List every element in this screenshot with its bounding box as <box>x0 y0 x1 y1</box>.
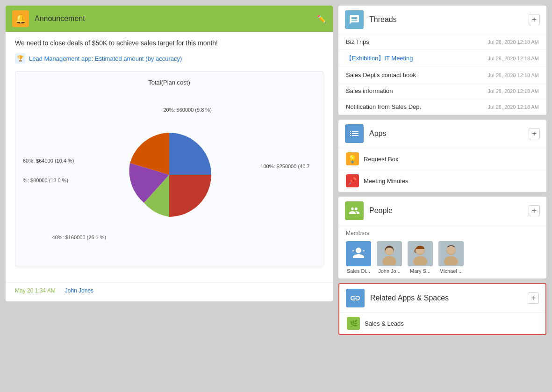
label-pct: %: $80000 (13.0 %) <box>23 178 68 183</box>
announcement-card: 🔔 Announcement ✏️ We need to close deals… <box>6 6 333 301</box>
thread-date-1: Jul 28, 2020 12:18 AM <box>488 56 539 61</box>
app-link-icon: 🏆 <box>15 53 25 64</box>
right-panel: Threads + Biz Trips Jul 28, 2020 12:18 A… <box>338 6 546 386</box>
related-app-item-0[interactable]: 🌿 Sales & Leads <box>339 313 545 334</box>
sales-leads-icon: 🌿 <box>347 317 360 330</box>
related-section: Related Apps & Spaces + 🌿 Sales & Leads <box>338 283 546 335</box>
announcement-header: 🔔 Announcement ✏️ <box>6 6 333 32</box>
footer-author[interactable]: John Jones <box>65 287 93 294</box>
svg-point-1 <box>382 256 396 265</box>
thread-name-4: Notification from Sales Dep. <box>346 103 421 110</box>
member-avatar-sales-di <box>346 241 371 266</box>
thread-name-2: Sales Dept's contact book <box>346 71 416 78</box>
threads-icon <box>345 10 364 29</box>
app-item-1[interactable]: 📌 Meeting Minutes <box>338 170 546 192</box>
threads-list: Biz Trips Jul 28, 2020 12:18 AM 【Exhibit… <box>338 34 546 115</box>
left-panel: 🔔 Announcement ✏️ We need to close deals… <box>6 6 333 386</box>
app-link-text: Lead Management app: Estimated amount (b… <box>29 55 182 62</box>
label-20: 20%: $60000 (9.8 %) <box>163 107 211 113</box>
request-box-icon: 💡 <box>346 152 359 165</box>
apps-section: Apps + 💡 Request Box 📌 Meeting Minutes <box>338 120 546 192</box>
related-icon <box>346 289 365 307</box>
member-name-sales-di: Sales Di... <box>347 268 370 274</box>
sales-leads-label: Sales & Leads <box>365 320 404 327</box>
edit-icon[interactable]: ✏️ <box>317 14 326 23</box>
label-100: 100%: $250000 (40.7 <box>260 164 309 169</box>
people-icon <box>345 201 364 220</box>
thread-date-0: Jul 28, 2020 12:18 AM <box>488 39 539 45</box>
chart-container: Total(Plan cost) <box>15 71 323 267</box>
related-title: Related Apps & Spaces <box>370 294 522 302</box>
members-label: Members <box>346 230 539 236</box>
members-grid: Sales Di... John Jo... <box>346 241 539 274</box>
member-john-jo[interactable]: John Jo... <box>377 241 402 274</box>
people-content: Members Sales Di... <box>338 225 546 278</box>
svg-point-7 <box>444 256 458 265</box>
announcement-message: We need to close deals of $50K to achiev… <box>15 39 323 47</box>
threads-section: Threads + Biz Trips Jul 28, 2020 12:18 A… <box>338 6 546 115</box>
people-title: People <box>369 207 523 215</box>
thread-name-3: Sales information <box>346 87 393 94</box>
thread-date-4: Jul 28, 2020 12:18 AM <box>488 104 539 110</box>
people-section: People + Members Sales Di... <box>338 197 546 278</box>
apps-header: Apps + <box>338 120 546 148</box>
svg-point-8 <box>447 246 455 254</box>
app-link[interactable]: 🏆 Lead Management app: Estimated amount … <box>15 53 323 64</box>
threads-add-button[interactable]: + <box>529 14 540 25</box>
footer-date: May 20 1:34 AM <box>15 287 56 294</box>
apps-add-button[interactable]: + <box>529 128 540 139</box>
thread-date-2: Jul 28, 2020 12:18 AM <box>488 72 539 78</box>
member-name-john: John Jo... <box>378 268 401 274</box>
related-header: Related Apps & Spaces + <box>339 284 545 313</box>
app-item-0[interactable]: 💡 Request Box <box>338 148 546 170</box>
thread-item-4[interactable]: Notification from Sales Dep. Jul 28, 202… <box>338 99 546 115</box>
pie-chart-svg <box>122 128 216 221</box>
thread-item-0[interactable]: Biz Trips Jul 28, 2020 12:18 AM <box>338 34 546 50</box>
meeting-minutes-icon: 📌 <box>346 174 359 187</box>
thread-name-1: 【Exhibition】IT Meeting <box>346 54 413 63</box>
bell-icon: 🔔 <box>12 10 29 27</box>
member-avatar-john <box>377 241 402 266</box>
label-60: 60%: $64000 (10.4 %) <box>23 158 74 164</box>
thread-item-3[interactable]: Sales information Jul 28, 2020 12:18 AM <box>338 83 546 99</box>
announcement-body: We need to close deals of $50K to achiev… <box>6 32 333 282</box>
thread-item-1[interactable]: 【Exhibition】IT Meeting Jul 28, 2020 12:1… <box>338 50 546 67</box>
threads-title: Threads <box>369 15 523 24</box>
meeting-minutes-label: Meeting Minutes <box>364 178 408 185</box>
member-name-mary: Mary S... <box>410 268 430 274</box>
thread-item-2[interactable]: Sales Dept's contact book Jul 28, 2020 1… <box>338 67 546 83</box>
member-sales-di[interactable]: Sales Di... <box>346 241 371 274</box>
label-40: 40%: $160000 (26.1 %) <box>52 235 107 240</box>
apps-icon <box>345 124 364 143</box>
people-add-button[interactable]: + <box>529 205 540 216</box>
member-mary-s[interactable]: Mary S... <box>408 241 433 274</box>
chart-title: Total(Plan cost) <box>23 79 315 86</box>
related-add-button[interactable]: + <box>528 292 539 304</box>
announcement-footer: May 20 1:34 AM John Jones <box>6 282 333 301</box>
member-avatar-michael <box>438 241 464 266</box>
member-michael[interactable]: Michael ... <box>438 241 464 274</box>
thread-date-3: Jul 28, 2020 12:18 AM <box>488 88 539 94</box>
apps-title: Apps <box>369 129 523 138</box>
threads-header: Threads + <box>338 6 546 34</box>
thread-name-0: Biz Trips <box>346 38 369 45</box>
member-name-michael: Michael ... <box>439 268 463 274</box>
request-box-label: Request Box <box>364 156 398 163</box>
svg-point-4 <box>413 256 427 265</box>
pie-chart-area: 20%: $60000 (9.8 %) 60%: $64000 (10.4 %)… <box>23 95 315 254</box>
people-header: People + <box>338 197 546 225</box>
announcement-title: Announcement <box>35 14 311 23</box>
member-avatar-mary <box>408 241 433 266</box>
